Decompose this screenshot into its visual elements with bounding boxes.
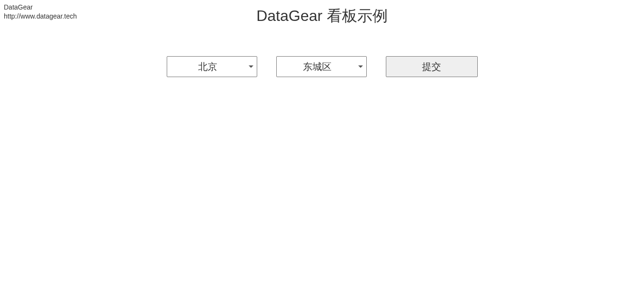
district-select[interactable]: 东城区 xyxy=(276,56,367,77)
brand-url: http://www.datagear.tech xyxy=(4,12,77,21)
district-select-wrap: 东城区 xyxy=(276,56,367,77)
brand-name: DataGear xyxy=(4,3,77,12)
brand-info: DataGear http://www.datagear.tech xyxy=(4,3,77,21)
submit-button[interactable]: 提交 xyxy=(386,56,478,77)
filter-form: 北京 东城区 提交 xyxy=(0,56,644,77)
page-title: DataGear 看板示例 xyxy=(0,0,644,27)
city-select[interactable]: 北京 xyxy=(167,56,257,77)
city-select-wrap: 北京 xyxy=(167,56,257,77)
